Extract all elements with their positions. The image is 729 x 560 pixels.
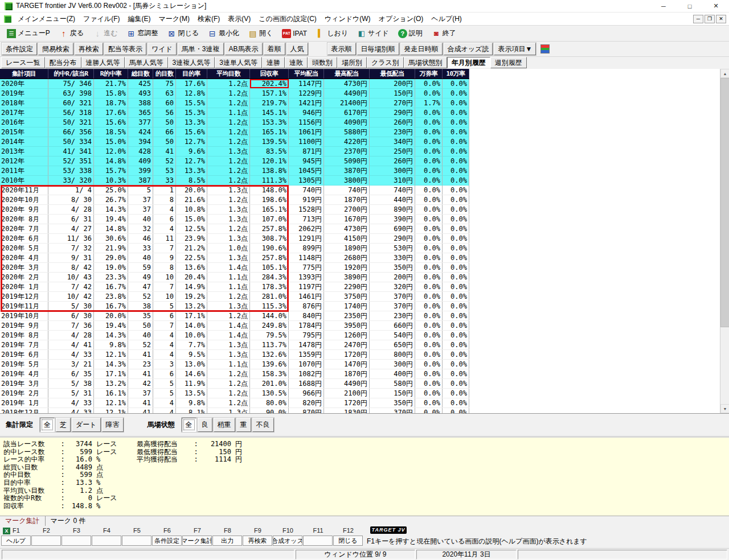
toolbar2-left-button-1[interactable]: 条件設定 [2,43,37,55]
table-row[interactable]: 2019年10月6/ 3020.0%35617.1%1.2点144.0%840円… [0,311,469,321]
scroll-down-icon[interactable]: ▼ [720,404,729,413]
side-panel-button[interactable]: ◧サイド [354,27,392,40]
fkey-button-f3[interactable] [62,536,91,546]
tab-4[interactable]: 馬単人気等 [125,57,168,68]
tab-10[interactable]: 場所別 [337,57,367,68]
forward-button[interactable]: ↓進む [89,27,121,40]
condition-filter-button-3[interactable]: 稍重 [214,418,235,432]
table-row[interactable]: 2019年 9月7/ 3619.4%50714.0%1.4点249.8%1784… [0,321,469,331]
menu-item-4[interactable]: マーク(M) [154,14,194,24]
menu-p-button[interactable]: ☰メニューP [3,27,54,40]
tab-12[interactable]: 馬場状態別 [404,57,447,68]
table-row[interactable]: 2020年75/ 34621.7%4257517.6%1.2点202.4%114… [0,79,469,89]
table-row[interactable]: 2020年 1月7/ 4216.7%47714.9%1.1点178.3%1197… [0,282,469,292]
table-row[interactable]: 2018年60/ 32118.7%3886015.5%1.2点219.7%142… [0,98,469,108]
table-row[interactable]: 2019年 6月4/ 3312.1%4149.5%1.3点132.6%1359円… [0,350,469,360]
table-row[interactable]: 2013年41/ 34112.0%428419.6%1.3点83.5%871円2… [0,147,469,157]
toolbar2-left-button-6[interactable]: 馬単・3連複 [178,43,224,55]
table-row[interactable]: 2010年33/ 32010.3%387338.5%1.2点111.3%1305… [0,176,469,186]
toolbar2-left-button-5[interactable]: ワイド [148,43,177,55]
tab-2[interactable]: 配当分布 [45,57,81,68]
tab-13[interactable]: 年月別履歴 [447,57,490,68]
table-row[interactable]: 2019年 7月4/ 419.8%5247.7%1.3点113.7%1478円2… [0,340,469,350]
maximize-button[interactable]: □ [677,0,703,12]
surface-filter-button-2[interactable]: 芝 [56,418,71,432]
table-row[interactable]: 2016年50/ 32115.6%3775013.3%1.2点153.3%115… [0,118,469,127]
mdi-restore-button[interactable]: ❐ [705,15,715,23]
fkey-button-f5[interactable] [122,536,151,546]
vertical-scrollbar[interactable]: ▲ ▼ [720,69,729,413]
table-row[interactable]: 2020年 4月9/ 3129.0%40922.5%1.3点257.8%1148… [0,253,469,263]
fkey-button-f10[interactable]: 合成オッズ [273,536,302,546]
menu-item-5[interactable]: 検索(F) [194,14,224,24]
fkey-button-f9[interactable]: 再検索 [243,536,272,546]
table-row[interactable]: 2019年 8月4/ 2814.3%40410.0%1.4点79.5%795円1… [0,331,469,340]
toolbar2-right-button-1[interactable]: 表示順 [327,43,356,55]
fkey-button-f1[interactable]: ヘルプ [1,536,31,546]
menu-item-3[interactable]: 編集(E) [124,14,154,24]
tab-9[interactable]: 頭数別 [308,57,337,68]
tab-6[interactable]: 3連単人気等 [215,57,262,68]
table-row[interactable]: 2020年10月8/ 3026.7%37821.6%1.2点198.6%919円… [0,195,469,205]
table-row[interactable]: 2020年 8月6/ 3119.4%40615.0%1.3点107.0%713円… [0,215,469,224]
condition-filter-button-4[interactable]: 重 [236,418,251,432]
table-row[interactable]: 2019年 1月4/ 3312.1%4149.8%1.2点80.0%820円17… [0,398,469,408]
exit-button[interactable]: ◙終了 [428,27,460,40]
menu-item-8[interactable]: ウィンドウ(W) [321,14,375,24]
surface-filter-button-1[interactable]: 全 [40,418,55,432]
condition-filter-button-2[interactable]: 良 [198,418,212,432]
tab-11[interactable]: クラス別 [367,57,404,68]
close-button[interactable]: ✕ [703,0,729,12]
tab-1[interactable]: レース一覧 [1,57,45,68]
close-window-button[interactable]: ⊠閉じる [163,27,202,40]
table-row[interactable]: 2020年 2月10/ 4323.3%491020.4%1.1点284.3%13… [0,273,469,282]
menu-item-2[interactable]: ファイル(F) [79,14,124,24]
ipat-button[interactable]: PATIPAT [279,27,310,40]
tab-5[interactable]: 3連複人気等 [168,57,215,68]
minimize-window-button[interactable]: ⊟最小化 [204,27,243,40]
table-row[interactable]: 2019年12月10/ 4223.8%521019.2%1.2点281.0%14… [0,292,469,302]
table-row[interactable]: 2018年12月4/ 3312.1%4148.1%1.3点90.0%870円18… [0,408,469,413]
fkey-button-f12[interactable]: 閉じる [333,536,363,546]
table-row[interactable]: 2019年 4月6/ 3517.1%41614.6%1.2点158.3%1082… [0,369,469,379]
toolbar2-left-button-8[interactable]: 着順 [264,43,285,55]
table-row[interactable]: 2020年 3月8/ 4219.0%59813.6%1.4点105.1%775円… [0,263,469,273]
table-row[interactable]: 2019年11月5/ 3016.7%38513.2%1.3点115.3%876円… [0,302,469,311]
table-row[interactable]: 2020年 9月4/ 2814.3%37410.8%1.3点165.1%1528… [0,205,469,215]
toolbar2-left-button-2[interactable]: 簡易検索 [38,43,73,55]
toolbar2-left-button-3[interactable]: 再検索 [75,43,103,55]
table-row[interactable]: 2019年 2月5/ 3116.1%37513.5%1.2点130.5%966円… [0,389,469,398]
bookmark-button[interactable]: ▍しおり [313,27,351,40]
mdi-minimize-button[interactable]: ─ [693,15,703,23]
scrollbar-thumb[interactable] [720,78,729,327]
toolbar2-right-button-2[interactable]: 日毎場別順 [357,43,399,55]
menu-item-10[interactable]: ヘルプ(H) [427,14,466,24]
fkey-button-f6[interactable]: 条件設定 [152,536,182,546]
mark-tally-button[interactable]: マーク集計 [0,516,46,526]
fkey-button-f8[interactable]: 出力 [212,536,242,546]
table-row[interactable]: 2014年50/ 33415.0%3945012.7%1.2点139.5%110… [0,137,469,147]
condition-filter-button-1[interactable]: 全 [182,418,196,432]
toolbar2-right-button-4[interactable]: 合成オッズ読 [444,43,493,55]
table-row[interactable]: 2020年 6月11/ 3630.6%461123.9%1.3点308.7%12… [0,234,469,244]
window-adjust-button[interactable]: ⊞窓調整 [123,27,161,40]
fkey-button-f11[interactable] [303,536,333,546]
table-row[interactable]: 2019年63/ 39815.8%4936312.8%1.2点157.1%122… [0,89,469,98]
toolbar2-left-button-7[interactable]: AB馬表示 [225,43,263,55]
tab-7[interactable]: 連勝 [262,57,285,68]
tab-14[interactable]: 週別履歴 [490,57,527,68]
table-row[interactable]: 2012年52/ 35114.8%4095212.7%1.2点120.1%945… [0,157,469,166]
toolbar2-right-button-5[interactable]: 表示項目▼ [494,43,536,55]
fkey-button-f2[interactable] [31,536,61,546]
display-color-settings-icon[interactable] [540,44,550,53]
open-button[interactable]: ▤開く [245,27,276,40]
tab-3[interactable]: 連勝人気等 [81,57,125,68]
menu-item-6[interactable]: 表示(V) [224,14,255,24]
menu-item-1[interactable]: メインメニュー(Z) [14,14,79,24]
toolbar2-left-button-9[interactable]: 人気 [286,43,308,55]
minimize-button[interactable]: ─ [650,0,677,12]
back-button[interactable]: ↑戻る [56,27,87,40]
table-row[interactable]: 2011年53/ 33815.7%3995313.3%1.2点138.8%104… [0,166,469,176]
help-balloon-button[interactable]: ?説明 [395,27,426,40]
scroll-up-icon[interactable]: ▲ [720,69,729,78]
